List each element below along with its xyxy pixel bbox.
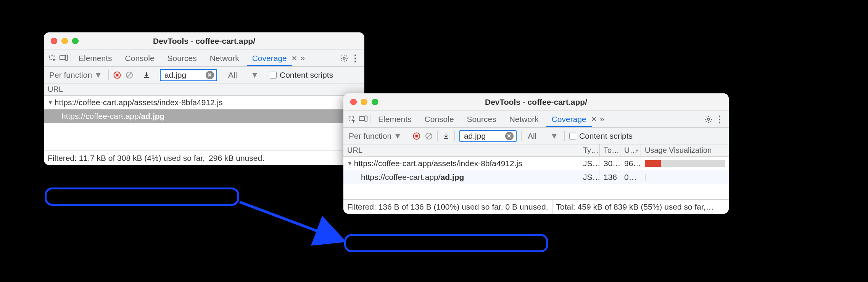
checkbox-icon (569, 133, 576, 139)
tab-network[interactable]: Network (205, 50, 245, 66)
svg-rect-5 (116, 74, 118, 76)
content-scripts-checkbox[interactable]: Content scripts (270, 70, 333, 80)
cell-usage-viz (641, 170, 729, 184)
more-tabs-icon[interactable]: » (300, 53, 305, 63)
col-usage-viz[interactable]: Usage Visualization (641, 144, 729, 156)
table-row[interactable]: https://coffee-cart.app/ad.jpg (44, 109, 364, 123)
content-scripts-label: Content scripts (280, 70, 333, 80)
inspect-icon[interactable] (48, 54, 57, 62)
svg-line-16 (240, 202, 341, 240)
close-dot[interactable] (51, 38, 57, 44)
tab-sources[interactable]: Sources (462, 111, 502, 127)
table-row[interactable]: ▼ https://coffee-cart.app/assets/index-8… (343, 157, 729, 170)
kebab-menu-icon[interactable]: ⋮ (351, 53, 360, 64)
devtools-window-b: DevTools - coffee-cart.app/ Elements Con… (343, 93, 729, 214)
filter-value: ad.jpg (464, 131, 486, 141)
minimize-dot[interactable] (61, 38, 68, 44)
filter-value: ad.jpg (164, 70, 186, 80)
kebab-menu-icon[interactable]: ⋮ (715, 114, 724, 125)
export-icon[interactable] (143, 71, 150, 79)
table-row[interactable]: https://coffee-cart.app/ad.jpg JS… 136 0… (343, 170, 729, 184)
titlebar[interactable]: DevTools - coffee-cart.app/ (343, 93, 729, 111)
window-title: DevTools - coffee-cart.app/ (50, 37, 358, 46)
col-type[interactable]: Ty… (579, 144, 600, 156)
svg-rect-9 (359, 117, 365, 120)
col-total[interactable]: To… (600, 144, 620, 156)
minimize-dot[interactable] (361, 99, 367, 105)
tab-console[interactable]: Console (120, 50, 160, 66)
cell-total: 136 (600, 170, 620, 184)
granularity-dropdown[interactable]: Per function ▼ (347, 131, 403, 141)
clear-icon[interactable] (425, 132, 433, 140)
tab-console[interactable]: Console (419, 111, 459, 127)
usage-bar (645, 160, 725, 167)
device-toggle-icon[interactable] (59, 54, 68, 62)
tab-elements[interactable]: Elements (73, 50, 118, 66)
checkbox-icon (270, 72, 277, 79)
col-url[interactable]: URL (343, 144, 579, 156)
type-filter-dropdown[interactable]: All ▼ (526, 131, 560, 141)
inspect-icon[interactable] (348, 115, 356, 123)
disclosure-icon[interactable]: ▼ (48, 99, 53, 106)
more-tabs-icon[interactable]: » (600, 114, 604, 124)
annotation-highlight-a (45, 187, 239, 206)
clear-filter-icon[interactable]: ✕ (505, 132, 514, 140)
url-text: https://coffee-cart.app/ad.jpg (361, 173, 464, 182)
granularity-label: Per function (49, 70, 92, 80)
svg-rect-1 (60, 56, 65, 59)
col-unused[interactable]: U… ▼ (620, 144, 641, 156)
divider (71, 53, 71, 63)
close-tab-icon[interactable]: ✕ (291, 54, 298, 62)
table-header: URL (44, 83, 364, 96)
settings-gear-icon[interactable] (340, 54, 348, 62)
table-row[interactable]: ▼ https://coffee-cart.app/assets/index-8… (44, 96, 364, 109)
type-filter-label: All (528, 131, 536, 141)
svg-point-11 (707, 118, 710, 120)
disclosure-icon[interactable]: ▼ (347, 160, 353, 167)
status-filtered: Filtered: 136 B of 136 B (100%) used so … (343, 202, 552, 212)
tab-sources[interactable]: Sources (162, 50, 202, 66)
type-filter-dropdown[interactable]: All ▼ (227, 70, 260, 80)
cell-usage-viz (641, 157, 729, 170)
status-trunc: 296 kB unused. (209, 154, 268, 163)
content-scripts-checkbox[interactable]: Content scripts (569, 131, 633, 141)
granularity-dropdown[interactable]: Per function ▼ (48, 70, 104, 80)
url-text: https://coffee-cart.app/assets/index-8bf… (55, 98, 223, 107)
zoom-dot[interactable] (372, 99, 378, 105)
close-tab-icon[interactable]: ✕ (591, 115, 597, 123)
clear-icon[interactable] (126, 71, 133, 79)
record-button-icon[interactable] (413, 132, 420, 140)
close-dot[interactable] (350, 99, 357, 105)
url-text: https://coffee-cart.app/ad.jpg (61, 112, 164, 121)
chevron-down-icon: ▼ (251, 70, 259, 80)
status-total: Total: 459 kB of 839 kB (55%) used so fa… (552, 202, 729, 212)
window-title: DevTools - coffee-cart.app/ (349, 98, 723, 107)
chevron-down-icon: ▼ (550, 131, 558, 141)
url-filter-input[interactable]: ad.jpg ✕ (459, 130, 517, 142)
svg-rect-2 (65, 55, 68, 60)
cell-type: JS… (579, 157, 600, 170)
status-filtered: Filtered: 11.7 kB of 308 kB (4%) used so… (44, 154, 209, 163)
tab-network[interactable]: Network (504, 111, 544, 127)
tab-elements[interactable]: Elements (373, 111, 417, 127)
usage-bar (645, 174, 646, 181)
url-filter-input[interactable]: ad.jpg ✕ (160, 69, 217, 81)
export-icon[interactable] (442, 132, 450, 140)
chevron-down-icon: ▼ (94, 70, 102, 80)
record-button-icon[interactable] (113, 71, 121, 79)
settings-gear-icon[interactable] (704, 115, 713, 123)
url-text: https://coffee-cart.app/assets/index-8bf… (354, 159, 522, 168)
table-body: ▼ https://coffee-cart.app/assets/index-8… (343, 157, 729, 199)
tab-coverage[interactable]: Coverage (247, 50, 292, 66)
coverage-toolbar: Per function ▼ ad.jpg ✕ All ▼ Content sc… (44, 67, 364, 83)
sort-desc-icon: ▼ (635, 148, 639, 153)
devtools-window-a: DevTools - coffee-cart.app/ Elements Con… (44, 32, 364, 165)
device-toggle-icon[interactable] (359, 115, 368, 123)
col-url[interactable]: URL (44, 83, 364, 95)
status-bar: Filtered: 136 B of 136 B (100%) used so … (343, 199, 729, 214)
table-header: URL Ty… To… U… ▼ Usage Visualization (343, 144, 729, 157)
tab-coverage[interactable]: Coverage (546, 111, 592, 127)
zoom-dot[interactable] (72, 38, 79, 44)
titlebar[interactable]: DevTools - coffee-cart.app/ (44, 32, 364, 50)
clear-filter-icon[interactable]: ✕ (206, 71, 214, 79)
